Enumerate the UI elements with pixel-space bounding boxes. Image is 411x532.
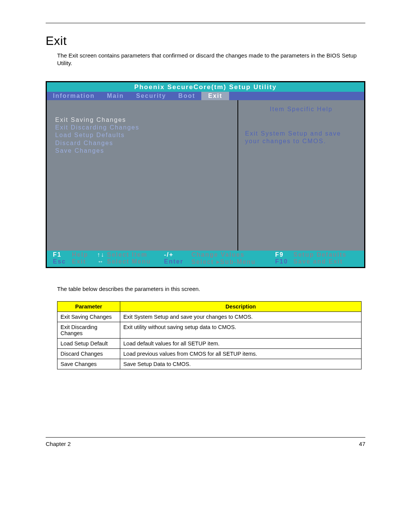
action-select-menu: Select Menu (107, 258, 164, 265)
tab-boot[interactable]: Boot (172, 92, 201, 100)
top-rule (46, 23, 365, 23)
key-f1: F1 (53, 251, 72, 258)
intro-text: The Exit screen contains parameters that… (57, 52, 365, 67)
arrow-updown-icon: ↑↓ (95, 251, 107, 258)
help-body: Exit System Setup and save your changes … (245, 130, 357, 145)
table-intro: The table below describes the parameters… (57, 286, 365, 292)
menu-item-load-defaults[interactable]: Load Setup Defaults (55, 131, 229, 139)
arrow-leftright-icon: ↔ (95, 258, 107, 265)
table-row: Exit Discarding ChangesExit utility with… (57, 322, 362, 338)
table-row: Exit Saving ChangesExit System Setup and… (57, 312, 362, 322)
menu-item-exit-saving[interactable]: Exit Saving Changes (55, 116, 229, 124)
table-row: Save ChangesSave Setup Data to CMOS. (57, 359, 362, 369)
tab-main[interactable]: Main (101, 92, 130, 100)
action-save-exit: Save and Exit (293, 258, 358, 265)
th-description: Description (120, 301, 362, 312)
parameter-table: Parameter Description Exit Saving Change… (57, 301, 362, 369)
key-f10: F10 (275, 258, 293, 265)
key-enter: Enter (164, 258, 191, 265)
action-help: Help (72, 251, 95, 258)
tab-information[interactable]: Information (47, 92, 101, 100)
tab-exit[interactable]: Exit (201, 92, 229, 100)
page-number: 47 (359, 441, 365, 447)
action-exit: Exit (72, 258, 95, 265)
menu-item-discard-changes[interactable]: Discard Changes (55, 139, 229, 147)
bios-title: Phoenix SecureCore(tm) Setup Utility (47, 82, 364, 92)
table-row: Load Setup DefaultLoad default values fo… (57, 338, 362, 348)
help-title: Item Specific Help (245, 105, 357, 113)
menu-item-exit-discarding[interactable]: Exit Discarding Changes (55, 124, 229, 131)
bios-key-footer: F1 Help ↑↓ Select Item -/+ Change Values… (47, 251, 364, 267)
page-heading: Exit (46, 34, 365, 48)
action-select-submenu: Select ▸Sub-Menu (191, 258, 275, 265)
key-f9: F9 (275, 251, 293, 258)
table-row: Discard ChangesLoad previous values from… (57, 348, 362, 359)
bios-tab-bar: Information Main Security Boot Exit (47, 92, 364, 100)
bios-screenshot: Phoenix SecureCore(tm) Setup Utility Inf… (46, 81, 365, 268)
key-esc: Esc (53, 258, 72, 265)
page-footer: Chapter 2 47 (46, 437, 365, 447)
action-setup-defaults: Setup Defaults (293, 251, 358, 258)
th-parameter: Parameter (57, 301, 120, 312)
action-select-item: Select Item (107, 251, 164, 258)
tab-security[interactable]: Security (130, 92, 172, 100)
bios-help-pane: Item Specific Help Exit System Setup and… (238, 100, 364, 251)
action-change-values: Change Values (191, 251, 275, 258)
key-plusminus: -/+ (164, 251, 191, 258)
bottom-rule (46, 437, 365, 438)
chapter-label: Chapter 2 (46, 441, 71, 447)
menu-item-save-changes[interactable]: Save Changes (55, 147, 229, 155)
bios-menu-pane: Exit Saving Changes Exit Discarding Chan… (47, 100, 238, 251)
